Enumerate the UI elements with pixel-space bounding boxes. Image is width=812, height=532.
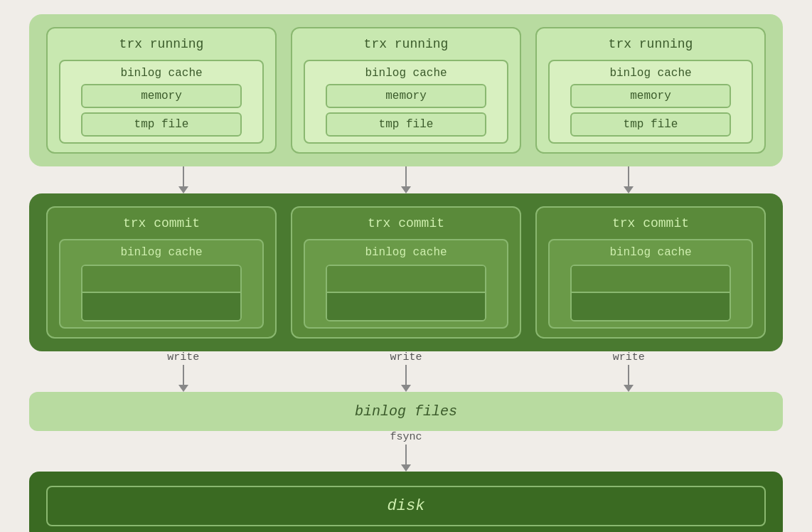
top-to-middle-arrows	[29, 166, 783, 193]
write-line-3	[628, 365, 629, 385]
write-arrow-3: write	[518, 351, 740, 392]
disk-section: disk	[29, 472, 783, 532]
trx-running-label-3: trx running	[609, 37, 693, 51]
arrow-line-3	[628, 166, 629, 186]
inner-top-2	[327, 266, 486, 293]
fsync-arrow-row: fsync	[29, 431, 783, 472]
binlog-cache-dark-1: binlog cache	[59, 239, 264, 329]
fsync-label: fsync	[390, 431, 422, 443]
binlog-cache-dark-label-1: binlog cache	[120, 246, 202, 259]
binlog-cache-dark-label-3: binlog cache	[609, 246, 691, 259]
tmp-file-box-3: tmp file	[570, 112, 732, 137]
binlog-cache-light-3: binlog cache memory tmp file	[548, 60, 753, 144]
binlog-cache-dark-label-2: binlog cache	[365, 246, 447, 259]
arrow-line-1	[183, 166, 184, 186]
inner-content-1	[81, 265, 242, 321]
binlog-cache-light-2: binlog cache memory tmp file	[304, 60, 508, 144]
inner-content-3	[570, 265, 732, 321]
arrow-head-3	[624, 186, 634, 193]
fsync-arrow-head	[401, 464, 411, 472]
memory-box-3: memory	[570, 84, 732, 108]
write-head-1	[178, 385, 188, 392]
middle-section: trx commit binlog cache trx commit binlo…	[29, 193, 783, 351]
arrow-down-1	[72, 166, 294, 193]
inner-top-3	[572, 266, 730, 293]
inner-bottom-2	[327, 293, 486, 320]
binlog-cache-dark-3: binlog cache	[548, 239, 753, 329]
diagram: trx running binlog cache memory tmp file…	[29, 0, 783, 532]
trx-running-label-1: trx running	[119, 37, 204, 51]
inner-content-2	[326, 265, 487, 321]
top-section: trx running binlog cache memory tmp file…	[29, 14, 783, 166]
arrow-down-2	[294, 166, 517, 193]
write-head-2	[401, 385, 411, 392]
inner-bottom-3	[572, 293, 730, 320]
binlog-files-section: binlog files	[29, 392, 783, 431]
trx-running-box-2: trx running binlog cache memory tmp file	[291, 27, 521, 154]
inner-top-1	[82, 266, 241, 293]
memory-box-2: memory	[326, 84, 487, 108]
binlog-cache-dark-2: binlog cache	[304, 239, 508, 329]
binlog-files-label: binlog files	[355, 403, 457, 420]
write-arrow-row: write write write	[29, 351, 783, 392]
trx-commit-box-1: trx commit binlog cache	[46, 206, 277, 339]
binlog-cache-label-3: binlog cache	[609, 67, 691, 80]
inner-bottom-1	[82, 293, 241, 320]
memory-box-1: memory	[81, 84, 242, 108]
tmp-file-box-1: tmp file	[81, 112, 242, 137]
write-label-1: write	[167, 351, 199, 363]
disk-inner: disk	[46, 486, 766, 526]
binlog-cache-light-1: binlog cache memory tmp file	[59, 60, 264, 144]
tmp-file-box-2: tmp file	[326, 112, 487, 137]
disk-label: disk	[388, 497, 425, 515]
trx-running-box-1: trx running binlog cache memory tmp file	[46, 27, 277, 154]
fsync-arrow-line	[405, 445, 407, 464]
write-arrow-1: write	[72, 351, 294, 392]
arrow-head-2	[401, 186, 411, 193]
write-arrow-2: write	[294, 351, 517, 392]
trx-commit-label-1: trx commit	[123, 216, 200, 230]
arrow-head-1	[178, 186, 188, 193]
write-label-3: write	[613, 351, 645, 363]
write-line-2	[405, 365, 407, 385]
arrow-down-3	[518, 166, 740, 193]
binlog-cache-label-1: binlog cache	[120, 67, 202, 80]
trx-running-box-3: trx running binlog cache memory tmp file	[535, 27, 766, 154]
binlog-cache-label-2: binlog cache	[365, 67, 447, 80]
trx-commit-label-3: trx commit	[612, 216, 689, 230]
trx-commit-box-2: trx commit binlog cache	[291, 206, 521, 339]
write-head-3	[624, 385, 634, 392]
trx-commit-box-3: trx commit binlog cache	[535, 206, 766, 339]
trx-commit-label-2: trx commit	[368, 216, 444, 230]
write-line-1	[183, 365, 184, 385]
trx-running-label-2: trx running	[364, 37, 449, 51]
write-label-2: write	[390, 351, 422, 363]
arrow-line-2	[405, 166, 407, 186]
